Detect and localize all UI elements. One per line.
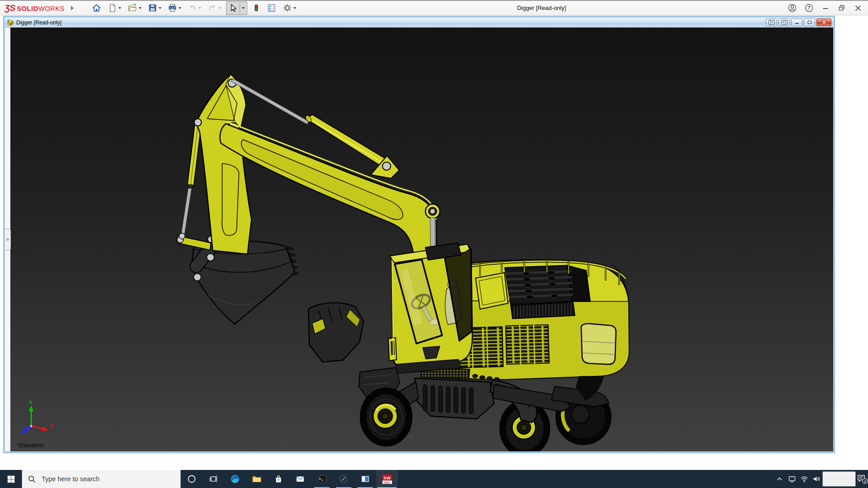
toolbar-select-button[interactable] — [226, 2, 240, 14]
taskbar-task-view-button[interactable] — [203, 470, 224, 488]
graphics-viewport[interactable]: Y X *Dimetric — [10, 28, 833, 451]
taskbar-edge-button[interactable] — [224, 470, 246, 488]
app-window-controls: ? — [784, 2, 868, 14]
toolbar-undo-button[interactable] — [186, 2, 203, 14]
bucket-cylinder[interactable] — [179, 122, 201, 239]
help-button[interactable]: ? — [803, 2, 815, 14]
cab-component[interactable] — [388, 243, 472, 373]
assembly-icon — [7, 19, 14, 26]
print-icon — [168, 3, 177, 13]
dropdown-caret-icon — [159, 7, 161, 9]
svg-text:2: 2 — [864, 479, 866, 483]
toolbar-file-properties-button[interactable] — [265, 2, 278, 14]
doc-restore-icon — [807, 20, 813, 25]
taskbar-remote-desktop-button[interactable] — [354, 470, 376, 488]
document-titlebar[interactable]: Digger [Read-only] — [5, 18, 833, 28]
gear-icon — [283, 3, 292, 13]
doc-close-icon — [821, 20, 827, 25]
mail-icon — [295, 474, 306, 484]
search-input[interactable] — [41, 475, 180, 483]
front-left-wheel[interactable] — [360, 388, 412, 446]
document-title: Digger [Read-only] — [16, 19, 766, 26]
tray-network-button[interactable] — [798, 475, 810, 483]
notification-icon: 2 — [856, 474, 868, 484]
taskbar: SW 2021 — [0, 470, 868, 488]
minimize-icon — [821, 4, 830, 13]
taskbar-file-explorer-button[interactable] — [246, 470, 268, 488]
tray-hidden-icons-button[interactable] — [774, 475, 786, 483]
toolbar-home-button[interactable] — [90, 2, 103, 14]
file-explorer-icon — [251, 474, 262, 484]
taskbar-mail-button[interactable] — [289, 470, 311, 488]
dropdown-caret-icon — [118, 7, 121, 9]
splitter-dot-icon — [6, 238, 9, 241]
new-document-icon — [108, 3, 117, 13]
dropdown-caret-icon — [293, 7, 296, 9]
save-icon — [148, 3, 157, 13]
toolbar-new-button[interactable] — [106, 2, 123, 14]
y-axis-arrow — [29, 405, 33, 411]
start-button[interactable] — [0, 470, 22, 488]
toolbar-flyout-arrow-icon[interactable] — [71, 6, 74, 10]
pane-right-icon — [781, 20, 788, 25]
taskbar-command-prompt-button[interactable] — [311, 470, 333, 488]
doc-restore-button[interactable] — [804, 19, 815, 26]
window-app-icon — [360, 474, 371, 484]
excavator-model — [10, 28, 833, 451]
dropdown-caret-icon — [242, 7, 245, 9]
document-window-controls — [766, 19, 833, 26]
app-titlebar[interactable]: ƷS SOLID WORKS — [0, 0, 868, 15]
taskbar-search[interactable] — [22, 470, 181, 488]
select-cursor-icon — [228, 3, 238, 13]
taskbar-store-button[interactable] — [268, 470, 289, 488]
toolbar-rebuild-button[interactable] — [250, 2, 262, 14]
home-icon — [92, 3, 101, 13]
toolbar-save-button[interactable] — [146, 2, 163, 14]
taskbar-cortana-button[interactable] — [181, 470, 203, 488]
orientation-label: *Dimetric — [17, 442, 44, 449]
stick-arm-component[interactable] — [194, 75, 252, 254]
toolbar-print-button[interactable] — [166, 2, 183, 14]
dropdown-caret-icon — [218, 7, 221, 9]
hexagon-app-icon — [338, 474, 349, 484]
doc-minimize-button[interactable] — [791, 19, 802, 26]
dropdown-caret-icon — [179, 7, 181, 9]
toolbar-open-button[interactable] — [126, 2, 143, 14]
restore-icon — [837, 4, 846, 13]
toolbar-redo-button[interactable] — [206, 2, 223, 14]
toolbar-select-dropdown[interactable] — [240, 2, 247, 14]
taskbar-edrawings-button[interactable] — [333, 470, 354, 488]
clock-time: 11:44 AM — [826, 473, 852, 479]
document-body: Y X *Dimetric — [5, 28, 833, 451]
svg-text:?: ? — [807, 5, 811, 10]
pane-left-icon — [769, 20, 775, 25]
tray-display-button[interactable] — [786, 475, 798, 483]
tray-notifications-button[interactable]: 2 — [856, 474, 868, 484]
main-toolbar — [83, 1, 299, 15]
file-properties-icon — [267, 3, 276, 13]
tray-volume-button[interactable] — [810, 475, 822, 483]
dropdown-caret-icon — [198, 7, 201, 9]
toolbar-options-button[interactable] — [281, 2, 298, 14]
tray-clock[interactable]: 11:44 AM 1/29/2021 — [822, 471, 856, 487]
windows-logo-icon — [7, 475, 15, 483]
doc-close-button[interactable] — [816, 19, 831, 26]
rebuild-traffic-light-icon — [252, 3, 260, 13]
account-button[interactable] — [787, 2, 798, 14]
doc-toggle-left-pane-button[interactable] — [766, 19, 777, 26]
doc-minimize-icon — [794, 20, 800, 25]
taskbar-solidworks-button[interactable]: SW 2021 — [376, 470, 398, 488]
volume-icon — [812, 475, 821, 483]
minimize-button[interactable] — [820, 3, 831, 14]
doc-toggle-right-pane-button[interactable] — [778, 19, 790, 26]
redo-icon — [208, 3, 217, 13]
account-icon — [788, 3, 797, 13]
panel-splitter-tab[interactable] — [5, 229, 11, 250]
open-icon — [127, 3, 137, 13]
restore-button[interactable] — [836, 3, 847, 14]
close-button[interactable] — [853, 3, 863, 14]
task-view-icon — [208, 474, 218, 484]
chevron-up-icon — [776, 475, 783, 483]
search-icon — [28, 475, 36, 483]
ds-logo-mark: ƷS — [5, 3, 15, 13]
